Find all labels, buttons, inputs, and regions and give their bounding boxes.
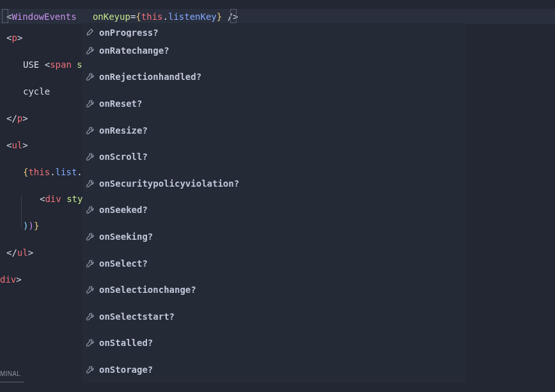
property-icon (85, 311, 95, 322)
code-token: . (50, 162, 55, 182)
code-token: WindowEvents (12, 6, 76, 27)
property-icon (85, 178, 95, 189)
code-token: ) (28, 216, 33, 236)
code-token: > (22, 135, 27, 155)
code-token: ) (23, 216, 28, 236)
property-icon (85, 125, 95, 136)
suggestion-label: onSeeking? (99, 232, 153, 241)
suggestion-item[interactable]: onSecuritypolicyviolation? (82, 170, 466, 197)
code-token: ul (17, 242, 28, 263)
property-icon (85, 285, 95, 295)
code-token: cycle (23, 81, 50, 102)
code-token: { (23, 162, 28, 182)
suggestion-label: onRejectionhandled? (99, 72, 201, 81)
property-icon (85, 338, 95, 348)
code-token: > (17, 27, 22, 48)
code-token: } (34, 216, 39, 236)
suggestion-item[interactable]: onStalled? (82, 330, 466, 357)
code-token: ul (12, 135, 22, 155)
property-icon (85, 27, 95, 37)
suggestion-label: onSecuritypolicyviolation? (99, 179, 239, 188)
code-token: sty (61, 189, 83, 209)
suggestion-label: onSelectstart? (99, 312, 175, 321)
suggestion-label: onRatechange? (99, 46, 169, 55)
code-token: > (28, 242, 33, 263)
code-token: > (16, 269, 21, 290)
suggestion-item[interactable]: onRejectionhandled? (82, 64, 466, 91)
terminal-tab[interactable]: MINAL (0, 368, 24, 382)
suggestion-item[interactable]: onSeeking? (82, 223, 466, 250)
code-token: div (0, 269, 16, 290)
terminal-tab-label: MINAL (0, 370, 20, 377)
code-token: . (77, 162, 82, 182)
property-icon (85, 45, 95, 56)
bracket-match-close (230, 9, 237, 23)
code-token: s (72, 54, 82, 75)
suggestion-item[interactable]: onRatechange? (82, 37, 466, 64)
suggestion-label: onScroll? (99, 152, 148, 161)
suggestion-label: onResize? (99, 126, 148, 135)
property-icon (85, 231, 95, 242)
suggestion-label: onProgress? (99, 28, 159, 37)
property-icon (85, 258, 95, 269)
code-line[interactable]: <WindowEvents onKeyup={this.listenKey} /… (0, 9, 555, 24)
autocomplete-popup[interactable]: onProgress? onRatechange?onRejectionhand… (82, 23, 466, 383)
code-token: USE (23, 54, 45, 75)
code-token: < (6, 135, 12, 155)
suggestion-label: onSeeked? (99, 205, 148, 214)
suggestion-item[interactable]: onStorage? (82, 356, 466, 383)
suggestion-item[interactable]: onSelectstart? (82, 303, 466, 330)
code-token: this (28, 162, 50, 182)
suggestion-item[interactable]: onScroll? (82, 143, 466, 170)
code-token: p (17, 108, 22, 129)
property-icon (85, 72, 95, 82)
suggestion-label: onReset? (99, 99, 142, 108)
bracket-match-open (2, 9, 8, 23)
code-token: list (56, 162, 77, 182)
suggestion-label: onSelect? (99, 259, 148, 268)
code-token: </ (6, 108, 17, 129)
suggestion-item[interactable]: onReset? (82, 90, 466, 117)
code-token: < (6, 27, 12, 48)
code-token: < (40, 189, 45, 209)
suggestion-item[interactable]: onProgress? (82, 23, 466, 37)
suggestion-item[interactable]: onSeeked? (82, 197, 466, 224)
code-token: span (50, 54, 72, 75)
suggestion-item[interactable]: onSelectionchange? (82, 276, 466, 303)
property-icon (85, 98, 95, 109)
suggestion-label: onSelectionchange? (99, 285, 196, 294)
code-token: < (45, 54, 50, 75)
code-token: </ (6, 242, 17, 263)
suggestion-item[interactable]: onSelect? (82, 250, 466, 277)
property-icon (85, 365, 95, 375)
suggestion-item[interactable]: onResize? (82, 117, 466, 144)
property-icon (85, 152, 95, 162)
code-token: p (12, 27, 17, 48)
code-token: div (45, 189, 61, 209)
suggestion-label: onStalled? (99, 338, 153, 347)
suggestion-label: onStorage? (99, 365, 153, 374)
code-token: > (22, 108, 27, 129)
property-icon (85, 205, 95, 215)
